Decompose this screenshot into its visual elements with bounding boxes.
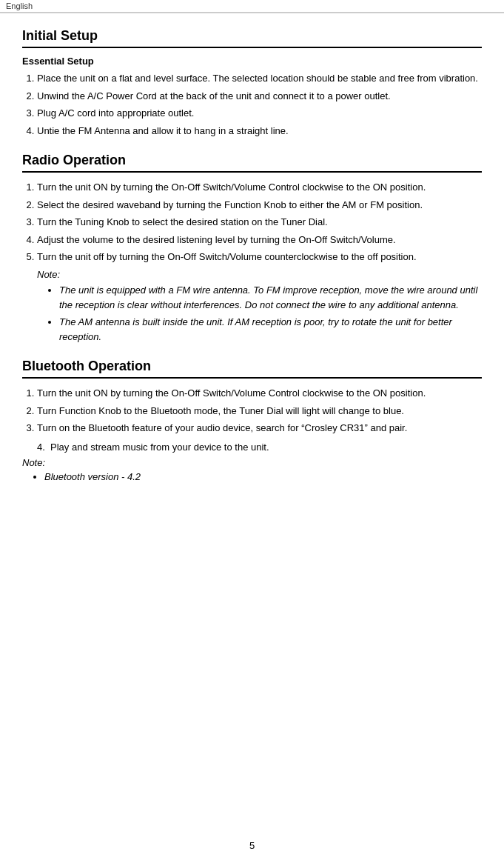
initial-setup-divider bbox=[22, 47, 482, 48]
initial-setup-list: Place the unit on a flat and level surfa… bbox=[37, 71, 482, 138]
bluetooth-item4: 4. Play and stream music from your devic… bbox=[37, 442, 482, 453]
list-item: Select the desired waveband by turning t… bbox=[37, 198, 482, 213]
radio-operation-list: Turn the unit ON by turning the On-Off S… bbox=[37, 180, 482, 344]
bluetooth-note-label: Note: bbox=[22, 457, 482, 468]
initial-setup-title: Initial Setup bbox=[22, 28, 482, 44]
radio-note-label: Note: bbox=[37, 267, 482, 282]
radio-operation-divider bbox=[22, 171, 482, 173]
bluetooth-operation-section: Bluetooth Operation Turn the unit ON by … bbox=[22, 359, 482, 484]
list-item: Place the unit on a flat and level surfa… bbox=[37, 71, 482, 86]
list-item: Turn on the Bluetooth feature of your au… bbox=[37, 421, 482, 436]
list-item: The unit is equipped with a FM wire ante… bbox=[59, 283, 482, 312]
essential-setup-label: Essential Setup bbox=[22, 56, 482, 67]
page-number: 5 bbox=[0, 840, 504, 851]
list-item: Plug A/C cord into appropriate outlet. bbox=[37, 106, 482, 121]
bluetooth-notes-list: Bluetooth version - 4.2 bbox=[44, 470, 482, 484]
initial-setup-section: Initial Setup Essential Setup Place the … bbox=[22, 28, 482, 138]
radio-operation-title: Radio Operation bbox=[22, 153, 482, 168]
list-item: Adjust the volume to the desired listeni… bbox=[37, 233, 482, 247]
list-item: Turn the Tuning Knob to select the desir… bbox=[37, 215, 482, 230]
language-label: English bbox=[6, 1, 33, 10]
radio-notes-list: The unit is equipped with a FM wire ante… bbox=[59, 283, 482, 344]
radio-operation-section: Radio Operation Turn the unit ON by turn… bbox=[22, 153, 482, 344]
page-content: Initial Setup Essential Setup Place the … bbox=[0, 13, 504, 528]
list-item: The AM antenna is built inside the unit.… bbox=[59, 315, 482, 344]
list-item: Untie the FM Antenna and allow it to han… bbox=[37, 124, 482, 139]
list-item: Turn Function Knob to the Bluetooth mode… bbox=[37, 404, 482, 419]
list-item: Turn the unit ON by turning the On-Off S… bbox=[37, 180, 482, 195]
list-item: Turn the unit off by turning the On-Off … bbox=[37, 250, 482, 344]
top-bar: English bbox=[0, 0, 504, 13]
list-item: Unwind the A/C Power Cord at the back of… bbox=[37, 89, 482, 104]
list-item: Turn the unit ON by turning the On-Off S… bbox=[37, 386, 482, 401]
bluetooth-operation-divider bbox=[22, 377, 482, 379]
list-item: Bluetooth version - 4.2 bbox=[44, 470, 482, 484]
bluetooth-operation-list: Turn the unit ON by turning the On-Off S… bbox=[37, 386, 482, 436]
bluetooth-operation-title: Bluetooth Operation bbox=[22, 359, 482, 374]
